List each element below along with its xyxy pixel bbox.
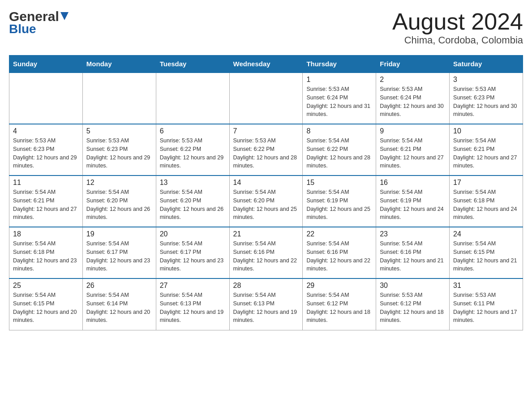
day-of-week-header: Tuesday: [156, 56, 229, 73]
day-number: 2: [380, 76, 446, 84]
calendar-day-cell: 12Sunrise: 5:54 AMSunset: 6:20 PMDayligh…: [82, 176, 156, 227]
calendar-day-cell: 19Sunrise: 5:54 AMSunset: 6:17 PMDayligh…: [82, 227, 156, 278]
day-info: Sunrise: 5:54 AMSunset: 6:21 PMDaylight:…: [380, 137, 446, 170]
day-number: 28: [233, 282, 299, 290]
day-number: 19: [86, 230, 152, 238]
calendar-subtitle: Chima, Cordoba, Colombia: [392, 34, 523, 46]
day-info: Sunrise: 5:54 AMSunset: 6:22 PMDaylight:…: [306, 137, 372, 170]
day-number: 15: [306, 179, 372, 187]
day-number: 13: [160, 179, 226, 187]
day-number: 10: [453, 127, 519, 135]
day-number: 8: [306, 127, 372, 135]
day-info: Sunrise: 5:54 AMSunset: 6:13 PMDaylight:…: [160, 291, 226, 325]
day-info: Sunrise: 5:54 AMSunset: 6:13 PMDaylight:…: [233, 291, 299, 325]
day-info: Sunrise: 5:54 AMSunset: 6:21 PMDaylight:…: [453, 137, 519, 170]
calendar-header: SundayMondayTuesdayWednesdayThursdayFrid…: [9, 56, 523, 73]
calendar-day-cell: 20Sunrise: 5:54 AMSunset: 6:17 PMDayligh…: [156, 227, 229, 278]
day-info: Sunrise: 5:53 AMSunset: 6:22 PMDaylight:…: [233, 137, 299, 170]
day-number: 6: [160, 127, 226, 135]
calendar-day-cell: 10Sunrise: 5:54 AMSunset: 6:21 PMDayligh…: [450, 124, 523, 176]
day-info: Sunrise: 5:53 AMSunset: 6:11 PMDaylight:…: [453, 291, 519, 325]
day-of-week-header: Sunday: [9, 56, 83, 73]
calendar-day-cell: [9, 73, 83, 124]
day-info: Sunrise: 5:53 AMSunset: 6:24 PMDaylight:…: [306, 85, 372, 119]
day-of-week-header: Monday: [82, 56, 156, 73]
calendar-title: August 2024: [392, 9, 523, 34]
day-number: 18: [13, 230, 79, 238]
day-number: 25: [13, 282, 79, 290]
day-info: Sunrise: 5:54 AMSunset: 6:17 PMDaylight:…: [86, 240, 152, 273]
calendar-day-cell: 21Sunrise: 5:54 AMSunset: 6:16 PMDayligh…: [229, 227, 303, 278]
day-number: 9: [380, 127, 446, 135]
logo: General Blue: [9, 9, 69, 36]
day-info: Sunrise: 5:54 AMSunset: 6:19 PMDaylight:…: [380, 188, 446, 222]
day-number: 31: [453, 282, 519, 290]
logo-triangle-icon: [60, 11, 69, 21]
day-of-week-header: Thursday: [303, 56, 376, 73]
day-info: Sunrise: 5:53 AMSunset: 6:23 PMDaylight:…: [453, 85, 519, 119]
calendar-week-row: 25Sunrise: 5:54 AMSunset: 6:15 PMDayligh…: [9, 278, 523, 330]
calendar-day-cell: 13Sunrise: 5:54 AMSunset: 6:20 PMDayligh…: [156, 176, 229, 227]
day-info: Sunrise: 5:54 AMSunset: 6:19 PMDaylight:…: [306, 188, 372, 222]
day-number: 4: [13, 127, 79, 135]
calendar-day-cell: [156, 73, 229, 124]
calendar-day-cell: 5Sunrise: 5:53 AMSunset: 6:23 PMDaylight…: [82, 124, 156, 176]
day-number: 5: [86, 127, 152, 135]
calendar-week-row: 11Sunrise: 5:54 AMSunset: 6:21 PMDayligh…: [9, 176, 523, 227]
day-number: 12: [86, 179, 152, 187]
day-number: 7: [233, 127, 299, 135]
day-info: Sunrise: 5:54 AMSunset: 6:20 PMDaylight:…: [233, 188, 299, 222]
calendar-day-cell: 24Sunrise: 5:54 AMSunset: 6:15 PMDayligh…: [450, 227, 523, 278]
day-number: 16: [380, 179, 446, 187]
day-number: 27: [160, 282, 226, 290]
day-info: Sunrise: 5:53 AMSunset: 6:22 PMDaylight:…: [160, 137, 226, 170]
calendar-day-cell: 11Sunrise: 5:54 AMSunset: 6:21 PMDayligh…: [9, 176, 83, 227]
calendar-day-cell: 15Sunrise: 5:54 AMSunset: 6:19 PMDayligh…: [303, 176, 376, 227]
calendar-day-cell: 3Sunrise: 5:53 AMSunset: 6:23 PMDaylight…: [450, 73, 523, 124]
calendar-day-cell: 6Sunrise: 5:53 AMSunset: 6:22 PMDaylight…: [156, 124, 229, 176]
day-info: Sunrise: 5:54 AMSunset: 6:18 PMDaylight:…: [453, 188, 519, 222]
day-info: Sunrise: 5:54 AMSunset: 6:20 PMDaylight:…: [86, 188, 152, 222]
calendar-day-cell: 26Sunrise: 5:54 AMSunset: 6:14 PMDayligh…: [82, 278, 156, 330]
day-number: 20: [160, 230, 226, 238]
day-number: 30: [380, 282, 446, 290]
day-info: Sunrise: 5:54 AMSunset: 6:16 PMDaylight:…: [233, 240, 299, 273]
days-of-week-row: SundayMondayTuesdayWednesdayThursdayFrid…: [9, 56, 523, 73]
calendar-day-cell: [82, 73, 156, 124]
day-number: 14: [233, 179, 299, 187]
day-info: Sunrise: 5:54 AMSunset: 6:16 PMDaylight:…: [380, 240, 446, 273]
day-info: Sunrise: 5:53 AMSunset: 6:23 PMDaylight:…: [86, 137, 152, 170]
day-number: 22: [306, 230, 372, 238]
day-number: 1: [306, 76, 372, 84]
calendar-body: 1Sunrise: 5:53 AMSunset: 6:24 PMDaylight…: [9, 73, 523, 330]
logo-blue: Blue: [9, 22, 36, 36]
day-number: 17: [453, 179, 519, 187]
day-number: 21: [233, 230, 299, 238]
calendar-week-row: 18Sunrise: 5:54 AMSunset: 6:18 PMDayligh…: [9, 227, 523, 278]
day-info: Sunrise: 5:54 AMSunset: 6:17 PMDaylight:…: [160, 240, 226, 273]
calendar-day-cell: 9Sunrise: 5:54 AMSunset: 6:21 PMDaylight…: [376, 124, 450, 176]
calendar-day-cell: 23Sunrise: 5:54 AMSunset: 6:16 PMDayligh…: [376, 227, 450, 278]
calendar-day-cell: 29Sunrise: 5:54 AMSunset: 6:12 PMDayligh…: [303, 278, 376, 330]
calendar-day-cell: 28Sunrise: 5:54 AMSunset: 6:13 PMDayligh…: [229, 278, 303, 330]
day-info: Sunrise: 5:53 AMSunset: 6:12 PMDaylight:…: [380, 291, 446, 325]
day-info: Sunrise: 5:53 AMSunset: 6:23 PMDaylight:…: [13, 137, 79, 170]
day-number: 29: [306, 282, 372, 290]
calendar-day-cell: 14Sunrise: 5:54 AMSunset: 6:20 PMDayligh…: [229, 176, 303, 227]
calendar-week-row: 4Sunrise: 5:53 AMSunset: 6:23 PMDaylight…: [9, 124, 523, 176]
day-info: Sunrise: 5:54 AMSunset: 6:12 PMDaylight:…: [306, 291, 372, 325]
day-of-week-header: Friday: [376, 56, 450, 73]
svg-marker-0: [60, 12, 69, 20]
day-info: Sunrise: 5:54 AMSunset: 6:15 PMDaylight:…: [453, 240, 519, 273]
calendar-day-cell: [229, 73, 303, 124]
day-number: 23: [380, 230, 446, 238]
day-number: 11: [13, 179, 79, 187]
calendar-day-cell: 27Sunrise: 5:54 AMSunset: 6:13 PMDayligh…: [156, 278, 229, 330]
day-info: Sunrise: 5:54 AMSunset: 6:21 PMDaylight:…: [13, 188, 79, 222]
calendar-day-cell: 1Sunrise: 5:53 AMSunset: 6:24 PMDaylight…: [303, 73, 376, 124]
day-info: Sunrise: 5:54 AMSunset: 6:15 PMDaylight:…: [13, 291, 79, 325]
calendar-day-cell: 22Sunrise: 5:54 AMSunset: 6:16 PMDayligh…: [303, 227, 376, 278]
day-info: Sunrise: 5:54 AMSunset: 6:20 PMDaylight:…: [160, 188, 226, 222]
day-info: Sunrise: 5:54 AMSunset: 6:14 PMDaylight:…: [86, 291, 152, 325]
calendar-week-row: 1Sunrise: 5:53 AMSunset: 6:24 PMDaylight…: [9, 73, 523, 124]
